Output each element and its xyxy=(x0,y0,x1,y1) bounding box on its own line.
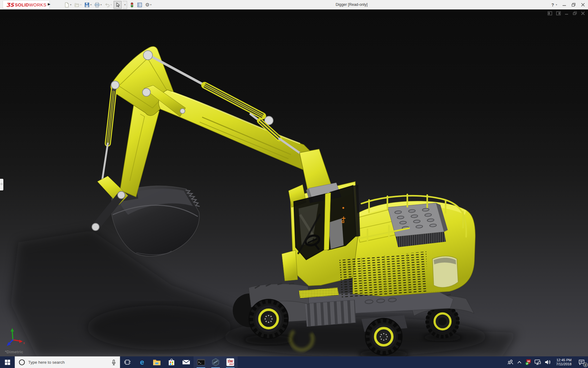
wheel-front-right xyxy=(365,318,402,355)
solidworks-logo: ƷS SOLID WORKS xyxy=(3,1,49,9)
help-icon: ? xyxy=(551,2,554,7)
display-settings-button[interactable] xyxy=(136,1,143,9)
taskbar-item-file-explorer[interactable] xyxy=(149,356,164,368)
taskbar: Type here to search e xyxy=(0,356,588,368)
undo-caret[interactable]: ▾ xyxy=(111,3,112,6)
svg-text:2017: 2017 xyxy=(229,363,234,365)
triad-x-label: x xyxy=(23,341,25,345)
flyout-tab-dot-icon xyxy=(1,183,2,185)
taskbar-empty-space xyxy=(238,356,506,368)
chevron-up-icon xyxy=(517,361,522,364)
open-button[interactable]: ▾ xyxy=(73,1,82,9)
edge-icon: e xyxy=(138,358,146,366)
doc-restore-button[interactable] xyxy=(573,11,577,15)
save-icon xyxy=(84,2,90,8)
svg-text:SW: SW xyxy=(228,359,233,363)
taskbar-item-edge[interactable]: e xyxy=(135,356,149,368)
clock-time: 12:45 PM xyxy=(556,358,571,362)
people-button[interactable] xyxy=(506,356,515,368)
save-button[interactable]: ▾ xyxy=(83,1,92,9)
new-caret[interactable]: ▾ xyxy=(70,3,71,6)
traffic-light-icon xyxy=(130,2,134,8)
solidworks-logo-light: WORKS xyxy=(29,2,47,7)
mail-icon xyxy=(182,359,190,365)
options-caret[interactable]: ▾ xyxy=(150,3,151,6)
close-icon xyxy=(581,3,585,7)
minimize-button[interactable] xyxy=(562,3,566,7)
excavator-3d-render: x xyxy=(0,10,588,356)
tray-overflow-button[interactable] xyxy=(515,356,524,368)
gear-icon: ⚙ xyxy=(145,2,149,7)
start-button[interactable] xyxy=(0,356,15,368)
system-tray: sw xyxy=(506,356,588,368)
search-placeholder: Type here to search xyxy=(28,360,111,365)
solidworks-shield-icon: sw xyxy=(525,359,532,366)
titlebar: ƷS SOLID WORKS ▶ ▾ ▾ xyxy=(0,0,588,10)
display-settings-icon xyxy=(137,2,142,8)
doc-close-button[interactable] xyxy=(581,11,585,15)
doc-minimize-button[interactable] xyxy=(565,11,569,15)
solidworks-logo-bold: SOLID xyxy=(15,2,29,7)
doc-close-icon xyxy=(581,11,585,15)
options-button[interactable]: ⚙ ▾ xyxy=(144,1,152,9)
open-caret[interactable]: ▾ xyxy=(80,3,81,6)
network-button[interactable] xyxy=(533,356,543,368)
reference-triad: x xyxy=(7,328,25,346)
taskbar-item-mail[interactable] xyxy=(179,356,194,368)
quick-access-toolbar: ▾ ▾ ▾ xyxy=(63,0,153,10)
task-view-icon xyxy=(124,359,130,365)
file-explorer-icon xyxy=(153,359,161,366)
select-tool-button[interactable] xyxy=(114,1,122,9)
hexagon-app-icon xyxy=(212,358,220,366)
help-button[interactable]: ? ▾ xyxy=(551,2,557,7)
rebuild-button[interactable] xyxy=(129,1,135,9)
solidworks-monitor-tray[interactable]: sw xyxy=(524,356,533,368)
people-icon xyxy=(507,360,514,365)
menu-flyout-arrow-icon[interactable]: ▶ xyxy=(48,2,50,6)
taskbar-item-hexagon-3d-app[interactable] xyxy=(208,356,223,368)
pane-icon xyxy=(548,11,552,15)
print-icon xyxy=(94,2,100,8)
action-center-button[interactable]: 2 xyxy=(575,356,588,368)
select-tool-caret[interactable]: ▾ xyxy=(123,1,127,9)
doc-pane-toggle-a-button[interactable] xyxy=(548,11,552,15)
close-button[interactable] xyxy=(581,3,585,7)
taskbar-item-solidworks-2017[interactable]: SW 2017 xyxy=(223,356,238,368)
solidworks-2017-icon: SW 2017 xyxy=(226,358,234,366)
wheel-front-left xyxy=(249,299,288,339)
windows-logo-icon xyxy=(5,360,10,365)
screen: ƷS SOLID WORKS ▶ ▾ ▾ xyxy=(0,0,588,368)
microphone-icon[interactable] xyxy=(111,359,116,366)
svg-text:e: e xyxy=(140,358,144,366)
restore-button[interactable] xyxy=(571,3,576,7)
doc-restore-icon xyxy=(573,11,577,15)
window-controls: ? ▾ xyxy=(551,0,585,10)
taskbar-search[interactable]: Type here to search xyxy=(15,356,120,368)
cortana-icon xyxy=(19,359,25,365)
graphics-viewport[interactable]: x xyxy=(0,10,588,356)
solidworks-logo-glyph: ƷS xyxy=(6,2,14,8)
new-document-button[interactable]: ▾ xyxy=(63,1,72,9)
doc-pane-toggle-b-button[interactable] xyxy=(556,11,561,15)
taskbar-item-command-prompt[interactable] xyxy=(194,356,208,368)
view-orientation-label: *Dimetric xyxy=(5,350,23,354)
minimize-icon xyxy=(562,3,566,7)
undo-button[interactable]: ▾ xyxy=(104,1,113,9)
volume-button[interactable] xyxy=(543,356,553,368)
open-icon xyxy=(74,2,80,8)
taskbar-item-store[interactable] xyxy=(164,356,179,368)
network-display-icon xyxy=(534,359,541,365)
doc-window-controls xyxy=(548,11,585,15)
svg-text:sw: sw xyxy=(527,360,530,362)
clock[interactable]: 12:45 PM 7/11/2018 xyxy=(553,356,575,368)
task-view-button[interactable] xyxy=(120,356,135,368)
print-caret[interactable]: ▾ xyxy=(100,3,102,6)
new-document-icon xyxy=(64,2,70,8)
clock-date: 7/11/2018 xyxy=(556,362,571,366)
featuremanager-flyout-tab[interactable] xyxy=(0,179,3,190)
speaker-icon xyxy=(545,359,551,365)
doc-minimize-icon xyxy=(565,11,569,15)
save-caret[interactable]: ▾ xyxy=(90,3,92,6)
print-button[interactable]: ▾ xyxy=(93,1,103,9)
store-icon xyxy=(168,358,175,366)
